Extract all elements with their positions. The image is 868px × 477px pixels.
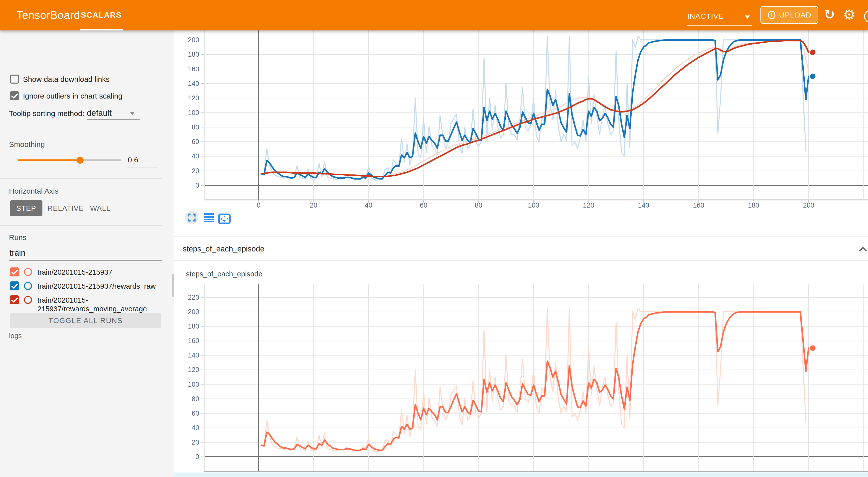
divider (0, 178, 162, 179)
run-color-radio[interactable] (24, 268, 32, 276)
divider (174, 236, 868, 236)
smoothing-value-input[interactable]: 0.6 (128, 156, 138, 164)
svg-text:220: 220 (188, 294, 199, 301)
svg-text:140: 140 (188, 80, 199, 87)
show-download-links-label: Show data download links (23, 75, 110, 84)
rewards-chart[interactable]: 0204060801001201401601802000204060801001… (174, 30, 868, 212)
svg-text:180: 180 (748, 201, 759, 209)
section-title: steps_of_each_episode (183, 245, 264, 253)
sidebar-scrollbar[interactable] (172, 274, 174, 297)
run-label: train/20201015-215937/rewards_raw (37, 282, 174, 291)
axis-option-wall[interactable]: WALL (88, 200, 113, 216)
run-color-radio[interactable] (24, 296, 32, 304)
logs-label: logs (9, 332, 22, 340)
svg-text:200: 200 (803, 201, 814, 209)
experiment-select-underline (687, 26, 752, 26)
run-filter-underline (9, 260, 162, 261)
expand-chart-button[interactable] (185, 211, 198, 224)
chart-card-title: steps_of_each_episode (186, 270, 262, 278)
svg-text:200: 200 (188, 36, 199, 44)
fullscreen-icon (188, 214, 196, 222)
svg-text:180: 180 (188, 323, 199, 330)
run-filter-input[interactable] (9, 248, 160, 258)
tensorboard-app: TensorBoard SCALARS INACTIVE UPLOAD ↻ ⚙ … (0, 0, 868, 477)
smoothing-slider-thumb[interactable] (76, 157, 84, 164)
svg-text:140: 140 (638, 201, 649, 209)
tooltip-select-underline (87, 119, 140, 120)
svg-text:40: 40 (192, 424, 199, 432)
svg-text:80: 80 (192, 395, 199, 403)
active-tab-underline (80, 29, 123, 30)
app-header: TensorBoard SCALARS INACTIVE UPLOAD ↻ ⚙ (0, 0, 868, 30)
svg-text:40: 40 (365, 201, 372, 209)
horizontal-axis-label: Horizontal Axis (9, 187, 58, 195)
svg-text:200: 200 (188, 308, 199, 316)
axis-option-relative[interactable]: RELATIVE (50, 200, 82, 216)
log-scale-icon (204, 213, 214, 222)
info-icon (768, 11, 776, 19)
check-icon (11, 282, 18, 289)
svg-text:140: 140 (188, 351, 199, 359)
svg-text:100: 100 (188, 381, 199, 388)
smoothing-slider-track[interactable] (18, 159, 122, 161)
fit-domain-icon (218, 214, 230, 224)
svg-text:100: 100 (528, 201, 539, 209)
smoothing-label: Smoothing (9, 140, 45, 149)
dropdown-arrow-icon[interactable] (745, 15, 750, 19)
upload-label: UPLOAD (779, 11, 811, 19)
toggle-all-runs-button[interactable]: TOGGLE ALL RUNS (10, 313, 161, 328)
svg-text:0: 0 (195, 182, 199, 189)
axis-option-step[interactable]: STEP (10, 200, 42, 216)
svg-text:40: 40 (192, 152, 199, 160)
chevron-up-icon[interactable] (859, 247, 867, 252)
experiment-status-select[interactable]: INACTIVE (687, 12, 724, 21)
svg-text:20: 20 (192, 167, 199, 174)
refresh-icon[interactable]: ↻ (824, 7, 835, 22)
ignore-outliers-label: Ignore outliers in chart scaling (23, 92, 123, 100)
help-icon[interactable] (864, 10, 868, 23)
divider (174, 260, 868, 261)
steps-chart[interactable]: 020406080100120140160180200220 (174, 284, 868, 477)
run-label: train/20201015-215937 (37, 268, 174, 277)
svg-text:120: 120 (583, 201, 594, 209)
upload-button[interactable]: UPLOAD (761, 6, 818, 24)
divider (0, 225, 162, 226)
svg-text:160: 160 (693, 201, 704, 209)
tooltip-sorting-label: Tooltip sorting method: (9, 109, 84, 118)
svg-text:20: 20 (192, 439, 199, 446)
run-label: train/20201015-215937/rewards_moving_ave… (37, 296, 162, 313)
gear-icon[interactable]: ⚙ (843, 6, 856, 23)
settings-sidebar: Show data download links Ignore outliers… (0, 30, 174, 477)
svg-text:120: 120 (188, 94, 199, 102)
runs-label: Runs (9, 233, 27, 242)
divider (0, 132, 162, 132)
svg-text:20: 20 (310, 201, 317, 209)
svg-text:60: 60 (192, 138, 199, 146)
svg-text:160: 160 (188, 337, 199, 345)
tooltip-sorting-select[interactable]: default (87, 108, 112, 118)
svg-text:80: 80 (192, 124, 199, 131)
run-color-radio[interactable] (24, 282, 32, 290)
svg-text:120: 120 (188, 366, 199, 374)
show-download-links-checkbox[interactable] (10, 74, 19, 84)
svg-text:60: 60 (192, 410, 199, 417)
smoothing-value-underline (127, 167, 158, 167)
svg-text:160: 160 (188, 65, 199, 73)
svg-text:180: 180 (188, 51, 199, 58)
svg-text:0: 0 (256, 201, 260, 209)
svg-text:0: 0 (195, 453, 199, 460)
app-title: TensorBoard (17, 0, 80, 30)
check-icon (11, 92, 18, 99)
run-checkbox[interactable] (10, 295, 19, 305)
ignore-outliers-checkbox[interactable] (10, 91, 19, 100)
run-checkbox[interactable] (10, 281, 19, 290)
dropdown-arrow-icon[interactable] (130, 112, 135, 115)
svg-text:100: 100 (188, 109, 199, 117)
fit-domain-button[interactable] (218, 214, 230, 224)
log-scale-toggle-button[interactable] (204, 213, 214, 222)
check-icon (11, 268, 18, 275)
tab-scalars[interactable]: SCALARS (80, 0, 123, 30)
svg-text:60: 60 (420, 201, 427, 209)
run-checkbox[interactable] (10, 267, 19, 277)
svg-text:80: 80 (475, 201, 483, 209)
